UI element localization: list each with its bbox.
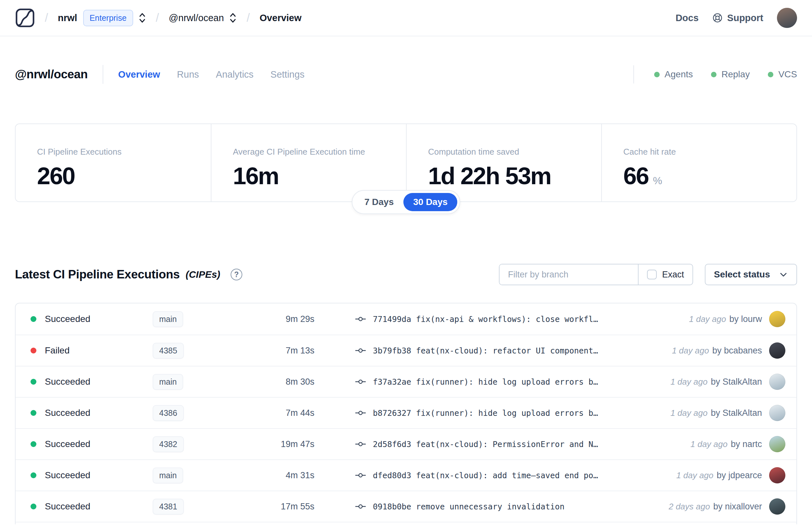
- feature-replay[interactable]: Replay: [711, 69, 750, 79]
- cipe-table-body: Succeeded main 9m 29s 771499da fix(nx-ap…: [16, 303, 796, 522]
- status-dot-icon: [31, 472, 36, 478]
- support-link[interactable]: Support: [712, 13, 763, 24]
- status-label: Succeeded: [45, 376, 137, 387]
- cipe-row[interactable]: Succeeded 4381 17m 55s 0918b0be remove u…: [16, 491, 796, 522]
- status-label: Succeeded: [45, 501, 137, 512]
- stat-value: 260: [37, 162, 75, 190]
- avatar[interactable]: [769, 436, 785, 452]
- relative-time: 1 day ago: [670, 377, 707, 387]
- git-commit-icon: [355, 376, 366, 387]
- tab-analytics[interactable]: Analytics: [216, 69, 254, 80]
- nx-cloud-logo-icon[interactable]: [15, 8, 35, 28]
- tab-settings[interactable]: Settings: [271, 69, 305, 80]
- workspace-title: @nrwl/ocean: [15, 68, 88, 81]
- tab-overview[interactable]: Overview: [118, 69, 160, 80]
- commit-author[interactable]: by StalkAltan: [711, 377, 762, 387]
- breadcrumb-org[interactable]: nrwl: [58, 13, 77, 24]
- status-dot-icon: [711, 72, 717, 77]
- commit-author[interactable]: by nixallover: [713, 501, 762, 512]
- branch-badge[interactable]: 4385: [153, 343, 184, 359]
- relative-time: 1 day ago: [689, 314, 726, 324]
- divider: [103, 65, 103, 84]
- stat-card-ci-pipeline-executions: CI Pipeline Executions 260: [16, 124, 211, 201]
- cipe-row[interactable]: Succeeded 4386 7m 44s b8726327 fix(runne…: [16, 397, 796, 428]
- feature-agents[interactable]: Agents: [654, 69, 693, 79]
- status-label: Succeeded: [45, 408, 137, 418]
- status-dot-icon: [31, 379, 36, 385]
- relative-time: 1 day ago: [676, 470, 713, 480]
- avatar[interactable]: [769, 467, 785, 483]
- commit-message[interactable]: f37a32ae fix(runner): hide log upload er…: [373, 377, 598, 387]
- commit-message[interactable]: b8726327 fix(runner): hide log upload er…: [373, 408, 598, 418]
- user-avatar[interactable]: [777, 8, 797, 28]
- status-dot-icon: [31, 441, 36, 447]
- exact-toggle[interactable]: Exact: [638, 265, 692, 285]
- commit-author[interactable]: by jdpearce: [717, 470, 762, 480]
- branch-badge[interactable]: 4381: [153, 499, 184, 515]
- git-commit-icon: [355, 470, 366, 480]
- relative-time: 1 day ago: [672, 346, 709, 356]
- branch-badge[interactable]: main: [153, 374, 183, 390]
- git-commit-icon: [355, 314, 366, 324]
- avatar[interactable]: [769, 311, 785, 327]
- branch-badge[interactable]: main: [153, 467, 183, 483]
- status-dot-icon: [768, 72, 773, 77]
- branch-filter-group: Exact: [499, 264, 693, 285]
- cipe-row[interactable]: Succeeded 4382 19m 47s 2d58f6d3 feat(nx-…: [16, 428, 796, 460]
- avatar[interactable]: [769, 405, 785, 421]
- workspace-switcher-chevrons-icon[interactable]: [229, 12, 237, 24]
- commit-message[interactable]: 2d58f6d3 feat(nx-cloud): PermissionError…: [373, 439, 598, 449]
- breadcrumb-separator: /: [45, 11, 48, 25]
- status-dot-icon: [654, 72, 660, 77]
- commit-message[interactable]: 0918b0be remove unnecessary invalidation: [373, 502, 565, 511]
- range-30-days[interactable]: 30 Days: [403, 193, 457, 211]
- commit-author[interactable]: by StalkAltan: [711, 408, 762, 418]
- cipe-row[interactable]: Failed 4385 7m 13s 3b79fb38 feat(nx-clou…: [16, 335, 796, 366]
- branch-filter-input[interactable]: [500, 265, 638, 285]
- status-label: Succeeded: [45, 314, 137, 324]
- docs-link[interactable]: Docs: [676, 13, 699, 24]
- status-dot-icon: [31, 316, 36, 322]
- workspace-header: @nrwl/ocean Overview Runs Analytics Sett…: [0, 65, 812, 84]
- duration-label: 7m 13s: [212, 346, 315, 356]
- branch-badge[interactable]: 4386: [153, 405, 184, 421]
- status-dot-icon: [31, 410, 36, 416]
- commit-message[interactable]: 771499da fix(nx-api & workflows): close …: [373, 314, 598, 324]
- section-title-suffix: (CIPEs): [185, 269, 220, 280]
- commit-author[interactable]: by bcabanes: [712, 346, 762, 356]
- exact-checkbox[interactable]: [647, 270, 657, 280]
- cipe-section-header: Latest CI Pipeline Executions (CIPEs) ? …: [15, 264, 797, 285]
- commit-author[interactable]: by lourw: [729, 314, 762, 324]
- avatar[interactable]: [769, 342, 785, 359]
- commit-message[interactable]: dfed80d3 feat(nx-cloud): add time–saved …: [373, 471, 598, 480]
- avatar[interactable]: [769, 374, 785, 390]
- status-dot-icon: [31, 504, 36, 509]
- git-commit-icon: [355, 439, 366, 449]
- enterprise-badge[interactable]: Enterprise: [83, 10, 133, 26]
- status-label: Succeeded: [45, 470, 137, 480]
- status-select-dropdown[interactable]: Select status: [705, 264, 797, 285]
- avatar[interactable]: [769, 498, 785, 515]
- relative-time: 2 days ago: [669, 501, 710, 512]
- commit-message[interactable]: 3b79fb38 feat(nx-cloud): refactor UI com…: [373, 346, 598, 356]
- breadcrumb-workspace[interactable]: @nrwl/ocean: [169, 13, 224, 24]
- feature-vcs[interactable]: VCS: [768, 69, 797, 79]
- range-7-days[interactable]: 7 Days: [355, 193, 403, 211]
- status-dot-icon: [31, 348, 36, 354]
- chevron-down-icon: [779, 270, 788, 279]
- commit-author[interactable]: by nartc: [731, 439, 762, 449]
- branch-badge[interactable]: main: [153, 311, 183, 327]
- cipe-row[interactable]: Succeeded main 4m 31s dfed80d3 feat(nx-c…: [16, 460, 796, 491]
- duration-label: 19m 47s: [212, 439, 315, 449]
- branch-badge[interactable]: 4382: [153, 436, 184, 452]
- status-label: Failed: [45, 345, 137, 356]
- org-switcher-chevrons-icon[interactable]: [138, 12, 146, 24]
- tab-runs[interactable]: Runs: [177, 69, 199, 80]
- breadcrumb-page: Overview: [260, 13, 302, 24]
- breadcrumb: / nrwl Enterprise / @nrwl/ocean / Overvi…: [15, 8, 302, 28]
- cipe-row[interactable]: Succeeded main 9m 29s 771499da fix(nx-ap…: [16, 303, 796, 335]
- stat-card-cache-hit-rate: Cache hit rate 66 %: [601, 124, 796, 201]
- help-icon[interactable]: ?: [231, 269, 242, 280]
- lifebuoy-icon: [712, 13, 723, 23]
- cipe-row[interactable]: Succeeded main 8m 30s f37a32ae fix(runne…: [16, 366, 796, 397]
